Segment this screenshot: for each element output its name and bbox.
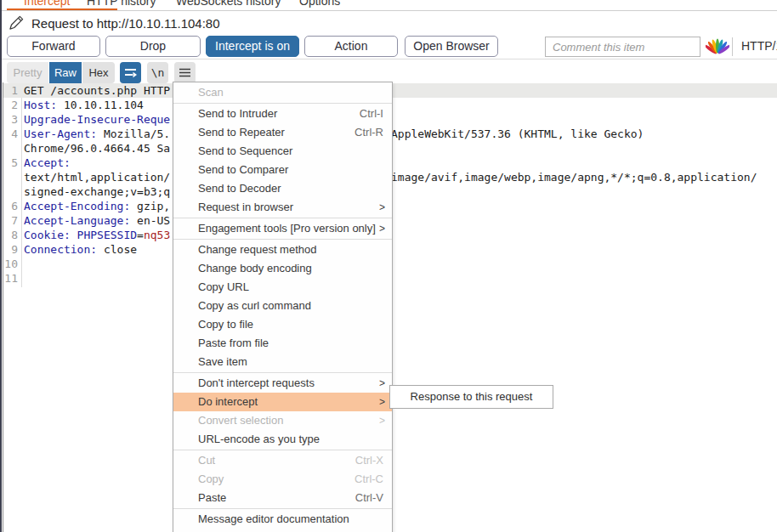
- menu-item-label: Change body encoding: [198, 262, 312, 274]
- show-newlines-button[interactable]: \n: [147, 62, 168, 83]
- menu-item-send-to-comparer[interactable]: Send to Comparer: [173, 161, 392, 179]
- word-wrap-button[interactable]: [120, 62, 141, 83]
- context-menu: ScanSend to IntruderCtrl-ISend to Repeat…: [173, 82, 393, 532]
- menu-item-request-in-browser[interactable]: Request in browser>: [173, 198, 392, 217]
- menu-item-copy-to-file[interactable]: Copy to file: [173, 315, 392, 334]
- horizontal-divider: [0, 59, 777, 59]
- request-text-segment: Host:: [24, 99, 57, 111]
- line-number: 8: [3, 228, 18, 242]
- menu-item-label: Change request method: [198, 243, 316, 256]
- line-number: 4: [3, 127, 18, 141]
- menu-item-label: Copy URL: [198, 280, 249, 293]
- request-text-segment: en-US: [130, 214, 170, 227]
- active-tab-underline: [7, 8, 117, 11]
- newline-glyph: \n: [151, 66, 165, 79]
- submenu-item-response-to-this-request[interactable]: Response to this request: [390, 386, 553, 408]
- request-text-segment: Upgrade-Insecure-Reque: [24, 113, 170, 126]
- action-button[interactable]: Action: [304, 36, 398, 57]
- menu-item-label: Paste: [198, 491, 226, 504]
- menu-item-paste[interactable]: PasteCtrl-V: [173, 489, 392, 507]
- view-tab-hex[interactable]: Hex: [82, 62, 115, 83]
- toolbar-divider: [732, 37, 733, 56]
- menu-separator: [173, 103, 392, 104]
- request-text-segment: Accept-Language:: [24, 214, 130, 227]
- menu-item-label: Send to Decoder: [198, 182, 281, 195]
- menu-item-copy-url[interactable]: Copy URL: [173, 278, 392, 297]
- request-text-segment: User-Agent:: [24, 127, 97, 140]
- menu-item-label: Do intercept: [198, 395, 258, 408]
- menu-item-engagement-tools-pro-version-only[interactable]: Engagement tools [Pro version only]>: [173, 219, 392, 238]
- request-text-segment: Accept:: [24, 156, 71, 169]
- menu-item-shortcut: Ctrl-R: [354, 123, 383, 142]
- menu-item-url-encode-as-you-type[interactable]: URL-encode as you type: [173, 430, 392, 449]
- proxy-tab-bar: InterceptHTTP historyWebSockets historyO…: [0, 0, 777, 11]
- menu-item-label: Paste from file: [198, 337, 269, 349]
- line-number: 3: [3, 112, 18, 127]
- request-text-segment: AppleWebKit/537.36 (KHTML, like Gecko): [391, 127, 644, 141]
- menu-item-cut: CutCtrl-X: [173, 451, 392, 470]
- menu-item-label: Convert selection: [198, 414, 283, 427]
- submenu-chevron-icon: >: [379, 374, 385, 393]
- menu-item-shortcut: Ctrl-C: [354, 470, 383, 489]
- menu-item-don-t-intercept-requests[interactable]: Don't intercept requests>: [173, 374, 392, 393]
- menu-item-convert-selection: Convert selection>: [173, 411, 392, 430]
- menu-item-change-body-encoding[interactable]: Change body encoding: [173, 259, 392, 278]
- menu-item-copy-as-curl-command[interactable]: Copy as curl command: [173, 297, 392, 315]
- menu-item-label: Send to Intruder: [198, 107, 277, 120]
- do-intercept-submenu: Response to this request: [389, 385, 553, 409]
- menu-item-proxy-interception-documentation[interactable]: Proxy interception documentation: [173, 529, 392, 532]
- tab-websockets-history[interactable]: WebSockets history: [176, 0, 281, 8]
- menu-item-label: URL-encode as you type: [198, 433, 320, 445]
- tab-intercept[interactable]: Intercept: [24, 0, 70, 8]
- menu-item-label: Send to Comparer: [198, 163, 288, 176]
- drop-button[interactable]: Drop: [105, 36, 201, 57]
- request-text-segment: GET /accounts.php HTTP: [24, 84, 170, 97]
- intercept-is-on-button[interactable]: Intercept is on: [206, 36, 299, 57]
- tab-options[interactable]: Options: [299, 0, 340, 8]
- menu-item-label: Save item: [198, 355, 247, 368]
- forward-button[interactable]: Forward: [7, 36, 100, 57]
- menu-item-send-to-decoder[interactable]: Send to Decoder: [173, 179, 392, 198]
- menu-item-message-editor-documentation[interactable]: Message editor documentation: [173, 510, 392, 529]
- comment-input[interactable]: [545, 37, 700, 57]
- menu-item-label: Copy to file: [198, 318, 253, 331]
- view-tab-raw[interactable]: Raw: [49, 62, 82, 83]
- tab-http-history[interactable]: HTTP history: [87, 0, 156, 8]
- menu-item-label: Copy as curl command: [198, 299, 311, 312]
- submenu-chevron-icon: >: [379, 393, 385, 411]
- menu-item-label: Message editor documentation: [198, 512, 349, 525]
- menu-item-label: Send to Repeater: [198, 126, 285, 139]
- menu-item-label: Scan: [198, 86, 224, 99]
- menu-item-change-request-method[interactable]: Change request method: [173, 241, 392, 259]
- menu-item-label: Send to Sequencer: [198, 144, 292, 157]
- request-text-segment: gzip,: [130, 200, 170, 212]
- menu-item-send-to-intruder[interactable]: Send to IntruderCtrl-I: [173, 105, 392, 123]
- menu-item-send-to-repeater[interactable]: Send to RepeaterCtrl-R: [173, 123, 392, 142]
- protocol-label: HTTP/1: [741, 39, 777, 53]
- request-text-segment: Cookie:: [24, 229, 71, 241]
- menu-item-label: Engagement tools [Pro version only]: [198, 222, 376, 235]
- line-number: 10: [3, 257, 18, 271]
- menu-item-paste-from-file[interactable]: Paste from file: [173, 334, 392, 353]
- color-fan-icon[interactable]: [706, 37, 729, 60]
- open-browser-button[interactable]: Open Browser: [405, 36, 498, 57]
- request-text-segment: Chrome/96.0.4664.45 Sa: [24, 142, 170, 155]
- menu-separator: [173, 218, 392, 218]
- menu-item-send-to-sequencer[interactable]: Send to Sequencer: [173, 142, 392, 161]
- menu-item-label: Cut: [198, 454, 215, 467]
- submenu-chevron-icon: >: [379, 219, 385, 238]
- window-left-border: [0, 0, 2, 532]
- menu-separator: [173, 450, 392, 450]
- line-number: 7: [3, 213, 18, 228]
- editor-menu-button[interactable]: [174, 62, 196, 83]
- request-text-segment: close: [97, 243, 137, 256]
- request-bar: Request to http://10.10.11.104:80: [0, 12, 777, 35]
- pencil-icon: [8, 14, 25, 35]
- menu-separator: [173, 239, 392, 240]
- request-text-segment: =: [137, 229, 144, 241]
- menu-item-shortcut: Ctrl-V: [355, 489, 383, 507]
- line-number: 5: [3, 156, 18, 170]
- menu-item-save-item[interactable]: Save item: [173, 353, 392, 371]
- menu-item-do-intercept[interactable]: Do intercept>: [173, 393, 392, 411]
- request-text-segment: Connection:: [24, 243, 97, 256]
